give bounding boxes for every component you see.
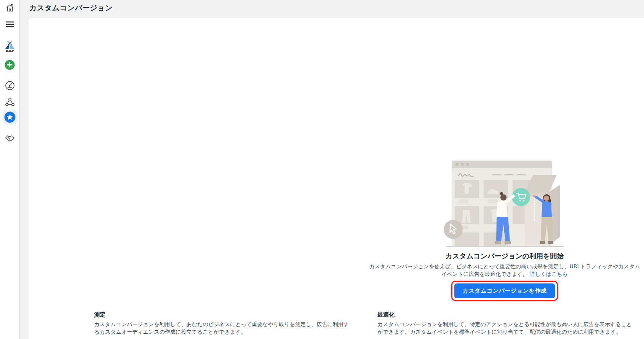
page-title: カスタムコンバージョン [29, 3, 113, 13]
info-section-heading: 最適化 [377, 311, 637, 318]
star-icon [4, 111, 16, 123]
hamburger-icon [6, 21, 14, 28]
home-icon [5, 3, 14, 13]
info-section-body: カスタムコンバージョンを利用して、特定のアクションをとる可能性が最も高い人に広告… [377, 320, 637, 336]
sidebar-item-custom-conversions[interactable] [3, 110, 17, 124]
create-custom-conversion-button[interactable]: カスタムコンバージョンを作成 [454, 283, 555, 298]
empty-state-heading: カスタムコンバージョンの利用を開始 [371, 251, 638, 261]
shopping-cart-icon [512, 188, 530, 206]
cta-area: カスタムコンバージョンを作成 [371, 281, 638, 301]
empty-state-description: カスタムコンバージョンを使えば、ビジネスにとって重要性の高い成果を測定し、URL… [364, 263, 644, 278]
bop-logo-label: B.O.P [6, 49, 14, 53]
sidebar-item-menu[interactable] [5, 20, 15, 29]
learn-more-link[interactable]: 詳しくはこちら [530, 271, 568, 277]
network-icon [5, 97, 15, 107]
description-line2: イベントに広告を最適化できます。 [441, 271, 528, 277]
sidebar-item-partnerships[interactable] [4, 132, 16, 144]
sidebar-item-create[interactable] [5, 59, 15, 70]
handshake-icon [5, 133, 15, 143]
plus-icon [5, 60, 15, 70]
gauge-icon [5, 80, 15, 91]
sidebar-item-business-logo[interactable]: B.O.P [3, 40, 16, 53]
info-section-heading: 測定 [94, 311, 354, 318]
red-annotation-box: カスタムコンバージョンを作成 [451, 281, 558, 301]
shopping-illustration [442, 160, 567, 249]
info-section-optimization: 最適化 カスタムコンバージョンを利用して、特定のアクションをとる可能性が最も高い… [377, 311, 637, 336]
sidebar-item-home[interactable] [5, 3, 15, 13]
cursor-icon [444, 220, 463, 239]
bop-logo: B.O.P [4, 40, 16, 53]
sidebar-item-connections[interactable] [4, 96, 16, 108]
info-section-body: カスタムコンバージョンを利用して、あなたのビジネスにとって重要なやり取りを測定し… [94, 320, 354, 336]
sidebar-item-measurement[interactable] [4, 80, 16, 91]
info-section-measurement: 測定 カスタムコンバージョンを利用して、あなたのビジネスにとって重要なやり取りを… [94, 311, 354, 336]
description-line1: カスタムコンバージョンを使えば、ビジネスにとって重要性の高い成果を測定し、URL… [369, 263, 640, 269]
icon-sidebar: B.O.P [0, 0, 20, 339]
empty-state-illustration [442, 160, 567, 249]
